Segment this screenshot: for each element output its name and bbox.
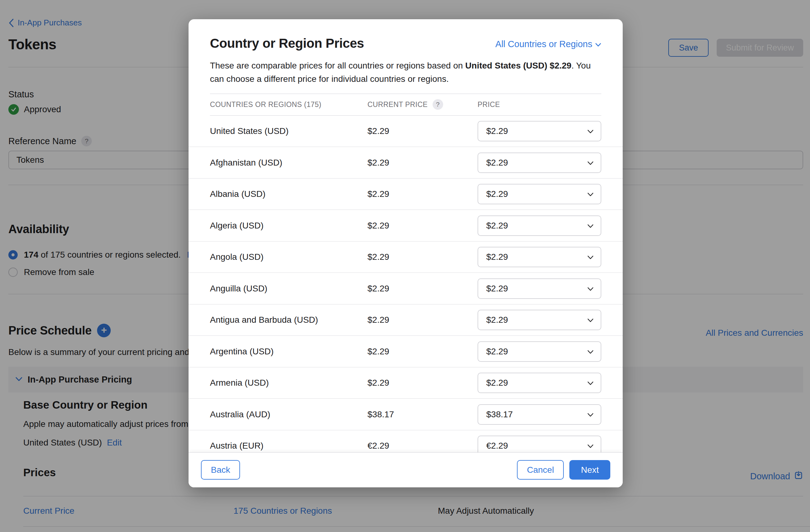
chevron-down-icon [587, 315, 594, 325]
price-select-value: $2.29 [486, 252, 508, 262]
row-country: Anguilla (USD) [210, 284, 368, 294]
chevron-down-icon [587, 252, 594, 262]
row-current-price: $2.29 [368, 158, 477, 168]
row-current-price: $2.29 [368, 315, 477, 325]
divider [210, 94, 601, 94]
chevron-down-icon [587, 221, 594, 231]
chevron-down-icon [587, 158, 594, 168]
row-current-price: $2.29 [368, 126, 477, 136]
price-select-value: $2.29 [486, 221, 508, 231]
modal-header: Country or Region Prices All Countries o… [189, 19, 623, 94]
price-select-value: $2.29 [486, 347, 508, 356]
row-country: Argentina (USD) [210, 347, 368, 356]
table-row: Austria (EUR) €2.29 €2.29 [189, 430, 623, 452]
row-country: Algeria (USD) [210, 221, 368, 231]
chevron-down-icon [587, 126, 594, 136]
row-current-price: $2.29 [368, 284, 477, 294]
chevron-down-icon [587, 189, 594, 199]
price-select[interactable]: $2.29 [477, 152, 601, 173]
table-row: Albania (USD) $2.29 $2.29 [189, 179, 623, 210]
price-select-value: $2.29 [486, 378, 508, 388]
table-row: United States (USD) $2.29 $2.29 [189, 116, 623, 147]
chevron-down-icon [587, 347, 594, 356]
modal-footer: Back Cancel Next [189, 452, 623, 487]
price-select-value: $2.29 [486, 158, 508, 168]
next-button[interactable]: Next [569, 460, 610, 480]
price-select[interactable]: $38.17 [477, 404, 601, 425]
cancel-button[interactable]: Cancel [517, 460, 564, 480]
table-row: Australia (AUD) $38.17 $38.17 [189, 399, 623, 430]
table-row: Argentina (USD) $2.29 $2.29 [189, 336, 623, 367]
price-select[interactable]: $2.29 [477, 278, 601, 299]
price-select[interactable]: $2.29 [477, 247, 601, 267]
row-country: Angola (USD) [210, 252, 368, 262]
back-button[interactable]: Back [201, 460, 240, 480]
column-current-price: CURRENT PRICE [368, 100, 428, 109]
price-select-value: €2.29 [486, 441, 508, 451]
row-current-price: €2.29 [368, 441, 477, 451]
chevron-down-icon [587, 410, 594, 419]
help-icon[interactable]: ? [433, 99, 443, 110]
price-select[interactable]: $2.29 [477, 341, 601, 362]
row-country: Armenia (USD) [210, 378, 368, 388]
price-select-value: $2.29 [486, 189, 508, 199]
row-current-price: $38.17 [368, 410, 477, 419]
column-countries: COUNTRIES OR REGIONS (175) [210, 100, 368, 109]
country-region-prices-modal: Country or Region Prices All Countries o… [189, 19, 623, 487]
price-select-value: $2.29 [486, 126, 508, 136]
row-current-price: $2.29 [368, 252, 477, 262]
column-price: PRICE [477, 100, 601, 109]
scope-selector[interactable]: All Countries or Regions [495, 39, 601, 49]
table-row: Anguilla (USD) $2.29 $2.29 [189, 273, 623, 304]
table-row: Armenia (USD) $2.29 $2.29 [189, 367, 623, 399]
table-row: Afghanistan (USD) $2.29 $2.29 [189, 147, 623, 179]
modal-table-header: COUNTRIES OR REGIONS (175) CURRENT PRICE… [210, 94, 601, 116]
chevron-down-icon [595, 39, 601, 49]
row-country: Albania (USD) [210, 189, 368, 199]
row-country: Antigua and Barbuda (USD) [210, 315, 368, 325]
price-select[interactable]: $2.29 [477, 373, 601, 393]
row-current-price: $2.29 [368, 221, 477, 231]
price-select-value: $2.29 [486, 284, 508, 294]
price-select[interactable]: $2.29 [477, 310, 601, 330]
price-select[interactable]: $2.29 [477, 184, 601, 204]
row-current-price: $2.29 [368, 189, 477, 199]
chevron-down-icon [587, 441, 594, 451]
price-select-value: $38.17 [486, 410, 513, 419]
row-country: Australia (AUD) [210, 410, 368, 419]
price-select[interactable]: $2.29 [477, 121, 601, 142]
row-current-price: $2.29 [368, 378, 477, 388]
price-select[interactable]: €2.29 [477, 436, 601, 452]
table-row: Angola (USD) $2.29 $2.29 [189, 242, 623, 273]
modal-description: These are comparable prices for all coun… [210, 59, 600, 86]
price-select-value: $2.29 [486, 315, 508, 325]
chevron-down-icon [587, 284, 594, 294]
row-country: Austria (EUR) [210, 441, 368, 451]
row-country: United States (USD) [210, 126, 368, 136]
table-row: Antigua and Barbuda (USD) $2.29 $2.29 [189, 304, 623, 336]
price-select[interactable]: $2.29 [477, 215, 601, 236]
row-current-price: $2.29 [368, 347, 477, 356]
modal-table-body: United States (USD) $2.29 $2.29 Afghanis… [189, 116, 623, 452]
scope-label: All Countries or Regions [495, 39, 592, 49]
table-row: Algeria (USD) $2.29 $2.29 [189, 210, 623, 242]
chevron-down-icon [587, 378, 594, 388]
row-country: Afghanistan (USD) [210, 158, 368, 168]
